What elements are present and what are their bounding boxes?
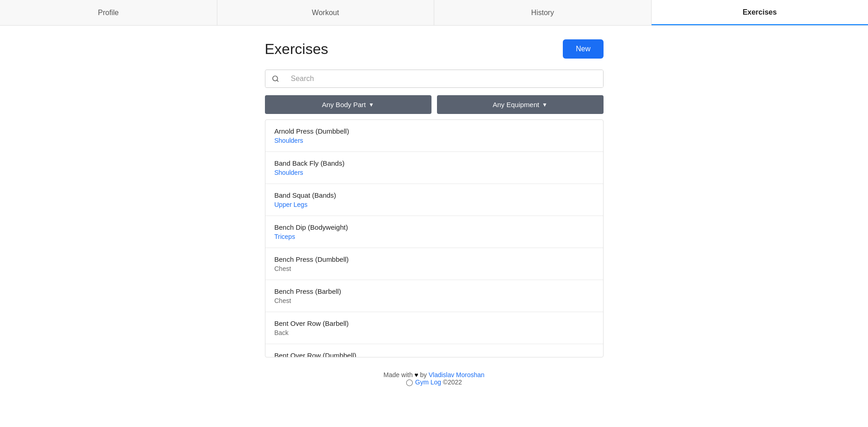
svg-line-1 bbox=[277, 80, 278, 81]
nav-history[interactable]: History bbox=[434, 0, 652, 25]
body-part-dropdown-arrow: ▼ bbox=[369, 102, 374, 108]
main-content: Exercises New Any Body Part ▼ Any Equipm… bbox=[256, 26, 613, 413]
footer-heart: ♥ bbox=[415, 371, 418, 378]
exercise-list-item[interactable]: Arnold Press (Dumbbell)Shoulders bbox=[265, 120, 603, 152]
footer-copyright: ©2022 bbox=[443, 378, 462, 386]
exercise-name: Bench Press (Barbell) bbox=[275, 287, 594, 295]
github-icon: ◯ bbox=[406, 378, 413, 386]
exercise-category: Upper Legs bbox=[275, 201, 594, 208]
nav-profile[interactable]: Profile bbox=[0, 0, 217, 25]
exercise-name: Bent Over Row (Barbell) bbox=[275, 319, 594, 327]
footer-by: by bbox=[420, 371, 427, 378]
page-title: Exercises bbox=[265, 41, 329, 58]
exercise-list-item[interactable]: Band Back Fly (Bands)Shoulders bbox=[265, 152, 603, 184]
exercise-category: Triceps bbox=[275, 233, 594, 240]
exercise-name: Band Squat (Bands) bbox=[275, 191, 594, 199]
footer: Made with ♥ by Vladislav Moroshan ◯ Gym … bbox=[265, 371, 604, 386]
exercise-category: Shoulders bbox=[275, 137, 594, 144]
body-part-filter-button[interactable]: Any Body Part ▼ bbox=[265, 95, 431, 114]
exercise-list-item[interactable]: Bent Over Row (Dumbbell) bbox=[265, 344, 603, 357]
exercise-category: Chest bbox=[275, 297, 594, 304]
footer-author: Vladislav Moroshan bbox=[429, 371, 485, 378]
footer-made-with: Made with bbox=[383, 371, 413, 378]
page-header: Exercises New bbox=[265, 39, 604, 59]
nav-exercises-label: Exercises bbox=[743, 8, 777, 16]
footer-app-name: Gym Log bbox=[415, 378, 441, 386]
exercise-list-item[interactable]: Band Squat (Bands)Upper Legs bbox=[265, 184, 603, 216]
exercise-list: Arnold Press (Dumbbell)ShouldersBand Bac… bbox=[265, 119, 604, 357]
search-input[interactable] bbox=[286, 70, 603, 87]
exercise-name: Bench Dip (Bodyweight) bbox=[275, 223, 594, 231]
exercise-list-item[interactable]: Bench Press (Barbell)Chest bbox=[265, 280, 603, 312]
exercise-name: Bent Over Row (Dumbbell) bbox=[275, 351, 594, 357]
nav-exercises[interactable]: Exercises bbox=[652, 0, 868, 25]
exercise-category: Shoulders bbox=[275, 169, 594, 176]
footer-author-link[interactable]: Vladislav Moroshan bbox=[429, 371, 485, 378]
equipment-filter-button[interactable]: Any Equipment ▼ bbox=[437, 95, 604, 114]
exercise-name: Bench Press (Dumbbell) bbox=[275, 255, 594, 263]
filter-row: Any Body Part ▼ Any Equipment ▼ bbox=[265, 95, 604, 114]
exercise-list-item[interactable]: Bent Over Row (Barbell)Back bbox=[265, 312, 603, 344]
exercise-category: Back bbox=[275, 329, 594, 336]
equipment-filter-label: Any Equipment bbox=[493, 101, 539, 108]
search-container bbox=[265, 70, 604, 88]
body-part-filter-label: Any Body Part bbox=[322, 101, 366, 108]
exercise-category: Chest bbox=[275, 265, 594, 272]
footer-app-link[interactable]: Gym Log bbox=[415, 378, 443, 386]
new-exercise-button[interactable]: New bbox=[563, 39, 603, 59]
exercise-list-item[interactable]: Bench Press (Dumbbell)Chest bbox=[265, 248, 603, 280]
exercise-name: Band Back Fly (Bands) bbox=[275, 159, 594, 167]
nav-history-label: History bbox=[531, 9, 554, 17]
search-icon bbox=[265, 70, 286, 87]
exercise-list-item[interactable]: Bench Dip (Bodyweight)Triceps bbox=[265, 216, 603, 248]
main-nav: Profile Workout History Exercises bbox=[0, 0, 868, 26]
nav-workout[interactable]: Workout bbox=[217, 0, 435, 25]
exercise-name: Arnold Press (Dumbbell) bbox=[275, 127, 594, 135]
equipment-dropdown-arrow: ▼ bbox=[542, 102, 547, 108]
nav-profile-label: Profile bbox=[98, 9, 119, 17]
nav-workout-label: Workout bbox=[312, 9, 339, 17]
